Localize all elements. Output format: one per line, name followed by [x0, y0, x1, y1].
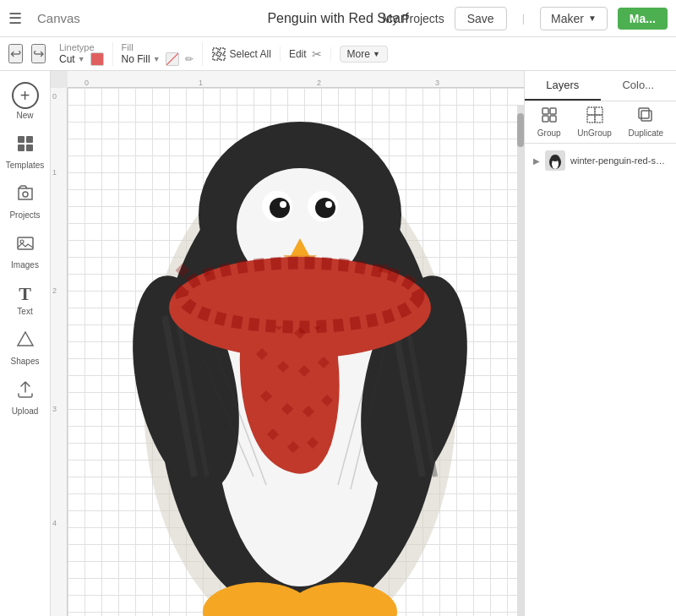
templates-icon [15, 134, 35, 159]
svg-marker-11 [18, 332, 33, 346]
group-icon [541, 106, 558, 127]
ungroup-icon [586, 106, 603, 127]
redo-button[interactable]: ↪ [31, 44, 46, 63]
sidebar-item-images[interactable]: Images [0, 226, 50, 276]
ruler-left-tick-0: 0 [52, 92, 57, 101]
ruler-left-tick-4: 4 [52, 519, 57, 527]
top-bar: ☰ Canvas Penguin with Red Scarf My Proje… [0, 0, 676, 37]
upload-icon [15, 379, 35, 405]
svg-rect-1 [220, 48, 225, 53]
scroll-thumb[interactable] [517, 113, 524, 147]
layer-expand-arrow-icon: ▶ [533, 156, 540, 166]
main-layout: + New Templates Projects Images T Text [0, 71, 676, 616]
project-title: Penguin with Red Scarf [267, 11, 408, 26]
svg-rect-71 [550, 116, 556, 122]
svg-point-19 [280, 201, 286, 208]
ruler-left: 0 1 2 3 4 [51, 88, 68, 616]
svg-rect-5 [26, 136, 33, 143]
layer-item[interactable]: ▶ winter-penguin-red-scarf- [525, 144, 676, 177]
more-button[interactable]: More ▼ [340, 46, 388, 63]
ruler-left-tick-2: 2 [52, 286, 57, 295]
svg-rect-6 [18, 144, 25, 151]
make-button[interactable]: Ma... [618, 8, 668, 30]
fill-label: Fill [122, 42, 134, 52]
panel-actions: Group UnGroup Duplicate [525, 101, 676, 144]
ruler-tick-0: 0 [84, 79, 89, 87]
more-label: More [347, 48, 370, 60]
maker-label: Maker [551, 12, 584, 25]
fill-dropdown[interactable]: No Fill ▼ ✏ [122, 52, 194, 66]
projects-icon [15, 183, 35, 209]
ungroup-button[interactable]: UnGroup [577, 106, 612, 138]
shapes-icon [15, 330, 35, 355]
canvas-label: Canvas [37, 11, 80, 25]
sidebar-item-templates[interactable]: Templates [0, 127, 50, 177]
new-button[interactable]: + New [12, 75, 39, 127]
toolbar: ↩ ↪ Linetype Cut ▼ Fill No Fill ▼ ✏ [0, 37, 676, 71]
linetype-color-swatch [90, 52, 104, 66]
duplicate-icon [637, 106, 654, 127]
more-arrow-icon: ▼ [373, 50, 380, 58]
layers-list: ▶ winter-penguin-red-scarf- [525, 144, 676, 616]
group-button[interactable]: Group [537, 106, 561, 138]
svg-rect-77 [639, 108, 649, 118]
maker-chevron-icon: ▼ [588, 14, 597, 23]
fill-edit-icon: ✏ [185, 53, 194, 65]
penguin-image[interactable] [118, 113, 482, 616]
ruler-tick-2: 2 [317, 79, 321, 87]
svg-point-21 [315, 198, 335, 218]
svg-rect-69 [550, 108, 556, 114]
new-plus-icon: + [12, 82, 39, 109]
text-icon: T [19, 283, 31, 305]
svg-rect-3 [220, 55, 225, 60]
duplicate-button[interactable]: Duplicate [628, 106, 663, 138]
edit-icon: ✂ [312, 47, 322, 61]
svg-rect-73 [595, 107, 602, 115]
tab-layers[interactable]: Layers [525, 71, 601, 101]
linetype-label: Linetype [59, 42, 95, 52]
svg-point-18 [270, 198, 290, 218]
edit-label[interactable]: Edit [289, 48, 307, 60]
svg-rect-7 [26, 144, 33, 151]
svg-rect-9 [18, 237, 33, 249]
save-button[interactable]: Save [455, 7, 507, 30]
layer-thumbnail [545, 150, 565, 171]
select-all-button[interactable]: Select All [211, 46, 271, 62]
sidebar-item-shapes[interactable]: Shapes [0, 323, 50, 373]
linetype-value: Cut [59, 53, 75, 65]
fill-value: No Fill [122, 53, 150, 65]
ruler-top: 0 1 2 3 [68, 71, 524, 88]
ruler-left-tick-3: 3 [52, 405, 57, 413]
sidebar: + New Templates Projects Images T Text [0, 71, 51, 616]
svg-rect-72 [587, 107, 595, 115]
linetype-dropdown[interactable]: Cut ▼ [59, 52, 104, 66]
svg-rect-68 [542, 108, 548, 114]
svg-rect-75 [595, 115, 602, 123]
menu-icon[interactable]: ☰ [8, 9, 22, 28]
svg-point-80 [551, 155, 559, 161]
select-all-icon [211, 46, 226, 62]
panel-tabs: Layers Colo... [525, 71, 676, 101]
undo-button[interactable]: ↩ [8, 44, 23, 63]
svg-point-8 [23, 192, 28, 197]
svg-rect-2 [213, 55, 218, 60]
fill-color-swatch [166, 52, 179, 66]
ruler-left-tick-1: 1 [52, 168, 57, 177]
svg-rect-74 [587, 115, 595, 123]
svg-rect-76 [641, 111, 651, 121]
ruler-tick-3: 3 [435, 79, 439, 87]
maker-button[interactable]: Maker ▼ [540, 7, 608, 30]
select-all-label: Select All [230, 48, 271, 60]
canvas-content[interactable] [68, 88, 524, 616]
svg-rect-0 [213, 48, 218, 53]
tab-color[interactable]: Colo... [601, 71, 677, 101]
sidebar-item-upload[interactable]: Upload [0, 373, 50, 422]
divider: | [522, 12, 525, 25]
canvas-area[interactable]: 0 1 2 3 0 1 2 3 4 [51, 71, 524, 616]
fill-arrow-icon: ▼ [153, 55, 161, 63]
sidebar-item-text[interactable]: T Text [0, 276, 50, 323]
scroll-bar[interactable] [517, 105, 524, 616]
images-icon [15, 233, 35, 259]
sidebar-item-projects[interactable]: Projects [0, 177, 50, 226]
right-panel: Layers Colo... Group UnGroup [524, 71, 676, 616]
